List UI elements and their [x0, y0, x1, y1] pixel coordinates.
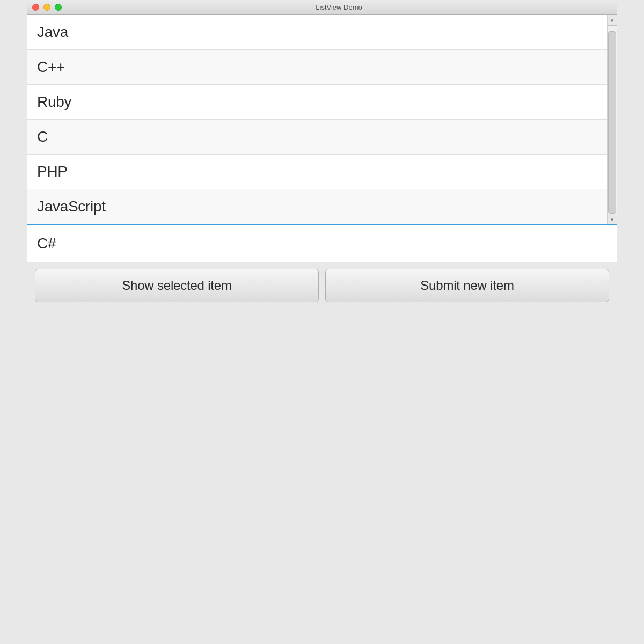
titlebar: ListView Demo: [27, 0, 617, 15]
list-item[interactable]: Java: [27, 15, 607, 50]
scroll-thumb[interactable]: [608, 31, 616, 214]
scroll-up-arrow[interactable]: ∧: [608, 15, 617, 26]
list-item[interactable]: C++: [27, 50, 607, 85]
submit-new-button[interactable]: Submit new item: [325, 269, 609, 302]
content-area: Java C++ Ruby C PHP JavaScript ∧ ∨ Show …: [27, 15, 617, 309]
close-button[interactable]: [32, 4, 39, 11]
window-title: ListView Demo: [66, 3, 612, 11]
show-selected-button[interactable]: Show selected item: [35, 269, 319, 302]
scroll-down-arrow[interactable]: ∨: [608, 214, 617, 224]
text-input-row: [27, 224, 617, 262]
app-window: ListView Demo Java C++ Ruby C PHP JavaSc…: [27, 0, 617, 524]
list-item[interactable]: C: [27, 120, 607, 155]
scrollbar[interactable]: ∧ ∨: [607, 15, 617, 224]
list-item[interactable]: JavaScript: [27, 189, 607, 224]
scroll-track: [608, 26, 617, 214]
buttons-row: Show selected item Submit new item: [27, 262, 617, 309]
list-item[interactable]: PHP: [27, 155, 607, 189]
bottom-area: [27, 309, 617, 524]
new-item-input[interactable]: [27, 225, 617, 262]
list-item[interactable]: Ruby: [27, 85, 607, 120]
maximize-button[interactable]: [55, 4, 62, 11]
listbox-container: Java C++ Ruby C PHP JavaScript ∧ ∨: [27, 15, 617, 224]
listbox[interactable]: Java C++ Ruby C PHP JavaScript: [27, 15, 607, 224]
minimize-button[interactable]: [43, 4, 50, 11]
